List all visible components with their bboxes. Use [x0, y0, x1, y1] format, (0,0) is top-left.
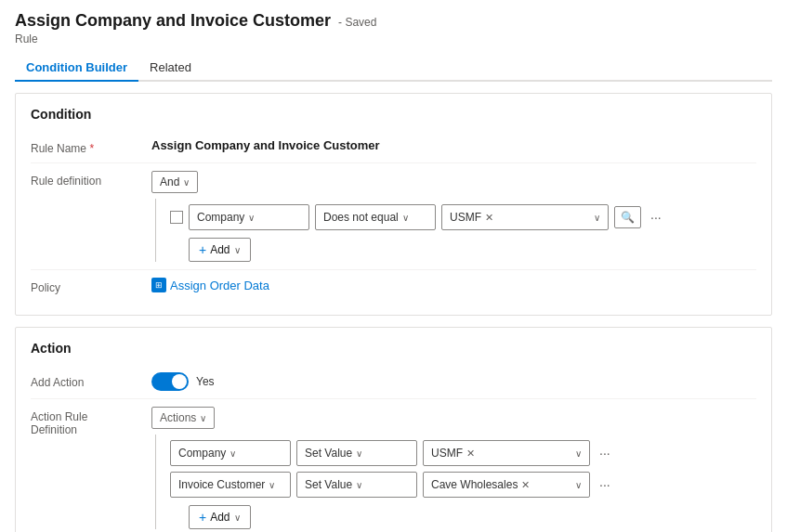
- page-subtitle: Rule: [15, 32, 772, 45]
- value-select-box[interactable]: USMF ✕ ∨: [441, 204, 609, 230]
- add-action-dropdown-arrow: ∨: [234, 513, 241, 523]
- operator-dropdown[interactable]: Does not equal ∨: [315, 204, 436, 230]
- add-action-area: + Add ∨: [170, 505, 756, 529]
- action-field-arrow-1: ∨: [230, 448, 236, 459]
- action-section: Action Add Action Yes Action Rule Defini…: [15, 327, 772, 532]
- condition-search-button[interactable]: 🔍: [614, 206, 641, 228]
- condition-section-title: Condition: [31, 107, 756, 122]
- value-tag-remove[interactable]: ✕: [485, 212, 493, 224]
- tabs-container: Condition Builder Related: [15, 55, 772, 82]
- rule-definition-label: Rule definition: [31, 171, 151, 188]
- action-value-remove-2[interactable]: ✕: [521, 479, 530, 491]
- action-value-arrow-2: ∨: [575, 480, 582, 490]
- add-condition-area: + Add ∨: [170, 238, 756, 262]
- tree-line: [155, 199, 166, 262]
- add-action-row: Add Action Yes: [31, 365, 756, 399]
- action-more-button-1[interactable]: ···: [596, 444, 614, 462]
- and-dropdown[interactable]: And ∨: [151, 171, 198, 193]
- policy-row: Policy ⊞ Assign Order Data: [31, 270, 756, 302]
- action-row-2: Invoice Customer ∨ Set Value ∨ Cave Who: [170, 472, 756, 498]
- company-dropdown-arrow: ∨: [248, 213, 255, 223]
- action-tree-rows: Company ∨ Set Value ∨ USMF: [170, 435, 756, 529]
- action-tree-container: Company ∨ Set Value ∨ USMF: [151, 435, 756, 529]
- actions-dropdown[interactable]: Actions ∨: [151, 407, 215, 429]
- toggle-knob: [172, 374, 187, 389]
- page-title: Assign Company and Invoice Customer: [15, 11, 331, 31]
- add-plus-icon: +: [199, 242, 206, 257]
- action-operator-dropdown-1[interactable]: Set Value ∨: [296, 440, 417, 466]
- action-operator-arrow-1: ∨: [356, 448, 362, 459]
- toggle-label: Yes: [196, 375, 215, 388]
- condition-more-button[interactable]: ···: [647, 208, 665, 227]
- tab-related[interactable]: Related: [138, 55, 203, 82]
- condition-row-1: Company ∨ Does not equal ∨ USMF: [170, 204, 756, 230]
- action-value-remove-1[interactable]: ✕: [466, 448, 475, 460]
- add-action-label: Add Action: [31, 372, 151, 389]
- action-rule-row: Action Rule Definition Actions ∨: [31, 399, 756, 532]
- rule-name-label: Rule Name *: [31, 138, 151, 155]
- policy-label: Policy: [31, 278, 151, 294]
- action-value-tag-1: USMF ✕: [431, 447, 475, 460]
- action-more-button-2[interactable]: ···: [596, 475, 614, 494]
- page-header: Assign Company and Invoice Customer - Sa…: [15, 11, 772, 31]
- rule-name-text: Assign Company and Invoice Customer: [151, 138, 380, 152]
- value-dropdown-arrow: ∨: [594, 213, 600, 223]
- page-container: Assign Company and Invoice Customer - Sa…: [0, 0, 787, 532]
- action-field-arrow-2: ∨: [269, 480, 275, 490]
- policy-link[interactable]: ⊞ Assign Order Data: [151, 278, 269, 292]
- action-section-title: Action: [31, 341, 756, 356]
- tab-condition-builder[interactable]: Condition Builder: [15, 55, 138, 82]
- value-tag: USMF ✕: [450, 211, 493, 224]
- policy-value: ⊞ Assign Order Data: [151, 278, 756, 292]
- action-operator-arrow-2: ∨: [356, 480, 362, 490]
- add-action-value: Yes: [151, 372, 756, 391]
- rule-definition-row: Rule definition And ∨ Company: [31, 163, 756, 270]
- action-rule-def-area: Company ∨ Set Value ∨ USMF: [151, 435, 756, 529]
- required-indicator: *: [89, 142, 94, 155]
- rule-definition-value: And ∨ Company ∨: [151, 171, 756, 262]
- condition-section: Condition Rule Name * Assign Company and…: [15, 93, 772, 316]
- tree-container: Company ∨ Does not equal ∨ USMF: [151, 199, 756, 262]
- action-rule-label-container: Action Rule Definition: [31, 407, 151, 436]
- add-action-toggle: Yes: [151, 372, 215, 391]
- add-action-row-button[interactable]: + Add ∨: [189, 505, 251, 529]
- toggle-switch[interactable]: [151, 372, 189, 391]
- action-value-box-2[interactable]: Cave Wholesales ✕ ∨: [423, 472, 590, 498]
- action-value-arrow-1: ∨: [575, 448, 582, 459]
- action-value-box-1[interactable]: USMF ✕ ∨: [423, 440, 590, 466]
- action-tree-line: [155, 435, 166, 529]
- condition-checkbox[interactable]: [170, 211, 183, 224]
- policy-icon: ⊞: [151, 278, 166, 292]
- rule-name-row: Rule Name * Assign Company and Invoice C…: [31, 131, 756, 163]
- company-dropdown[interactable]: Company ∨: [189, 204, 309, 230]
- action-rule-value: Actions ∨ Company ∨: [151, 407, 756, 529]
- saved-label: - Saved: [338, 16, 376, 29]
- action-value-tag-2: Cave Wholesales ✕: [431, 478, 530, 491]
- add-action-plus-icon: +: [199, 510, 206, 525]
- actions-dropdown-arrow: ∨: [200, 413, 206, 423]
- tree-rows: Company ∨ Does not equal ∨ USMF: [170, 199, 756, 262]
- action-field-dropdown-2[interactable]: Invoice Customer ∨: [170, 472, 291, 498]
- add-condition-button[interactable]: + Add ∨: [189, 238, 251, 262]
- and-dropdown-arrow: ∨: [183, 177, 190, 188]
- rule-definition-area: Company ∨ Does not equal ∨ USMF: [151, 199, 756, 262]
- rule-name-value: Assign Company and Invoice Customer: [151, 138, 756, 152]
- operator-dropdown-arrow: ∨: [402, 213, 409, 223]
- action-field-dropdown-1[interactable]: Company ∨: [170, 440, 291, 466]
- action-row-1: Company ∨ Set Value ∨ USMF: [170, 440, 756, 466]
- action-operator-dropdown-2[interactable]: Set Value ∨: [296, 472, 417, 498]
- add-dropdown-arrow: ∨: [234, 245, 241, 255]
